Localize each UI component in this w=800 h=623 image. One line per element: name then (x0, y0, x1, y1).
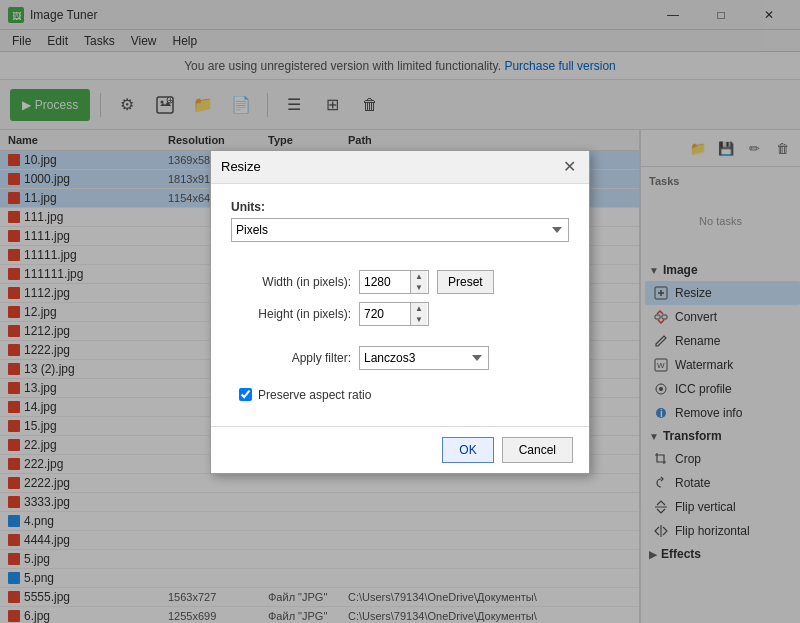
filter-select[interactable]: Lanczos3 Bilinear Bicubic Nearest (359, 346, 489, 370)
width-spin-buttons: ▲ ▼ (410, 271, 427, 293)
width-spinbox: ▲ ▼ (359, 270, 429, 294)
preset-button[interactable]: Preset (437, 270, 494, 294)
dialog-titlebar: Resize ✕ (211, 151, 589, 184)
filter-row: Apply filter: Lanczos3 Bilinear Bicubic … (231, 346, 569, 370)
preserve-aspect-checkbox[interactable] (239, 388, 252, 401)
height-down-button[interactable]: ▼ (411, 314, 427, 325)
height-label: Height (in pixels): (231, 307, 351, 321)
height-spinbox: ▲ ▼ (359, 302, 429, 326)
width-down-button[interactable]: ▼ (411, 282, 427, 293)
filter-label: Apply filter: (231, 351, 351, 365)
cancel-button[interactable]: Cancel (502, 437, 573, 463)
preserve-aspect-label[interactable]: Preserve aspect ratio (258, 388, 371, 402)
modal-overlay: Resize ✕ Units: Pixels Percent Centimete… (0, 0, 800, 623)
height-row: Height (in pixels): ▲ ▼ (231, 302, 569, 326)
dialog-close-button[interactable]: ✕ (559, 157, 579, 177)
resize-dialog: Resize ✕ Units: Pixels Percent Centimete… (210, 150, 590, 474)
dialog-body: Units: Pixels Percent Centimeters Inches… (211, 184, 589, 426)
units-select[interactable]: Pixels Percent Centimeters Inches (231, 218, 569, 242)
dialog-footer: OK Cancel (211, 426, 589, 473)
units-label: Units: (231, 200, 569, 214)
dialog-title: Resize (221, 159, 261, 174)
ok-button[interactable]: OK (442, 437, 493, 463)
width-row: Width (in pixels): ▲ ▼ Preset (231, 270, 569, 294)
preserve-aspect-row: Preserve aspect ratio (231, 388, 569, 402)
height-input[interactable] (360, 303, 410, 325)
height-up-button[interactable]: ▲ (411, 303, 427, 314)
width-input[interactable] (360, 271, 410, 293)
width-up-button[interactable]: ▲ (411, 271, 427, 282)
width-label: Width (in pixels): (231, 275, 351, 289)
height-spin-buttons: ▲ ▼ (410, 303, 427, 325)
units-group: Units: Pixels Percent Centimeters Inches (231, 200, 569, 242)
